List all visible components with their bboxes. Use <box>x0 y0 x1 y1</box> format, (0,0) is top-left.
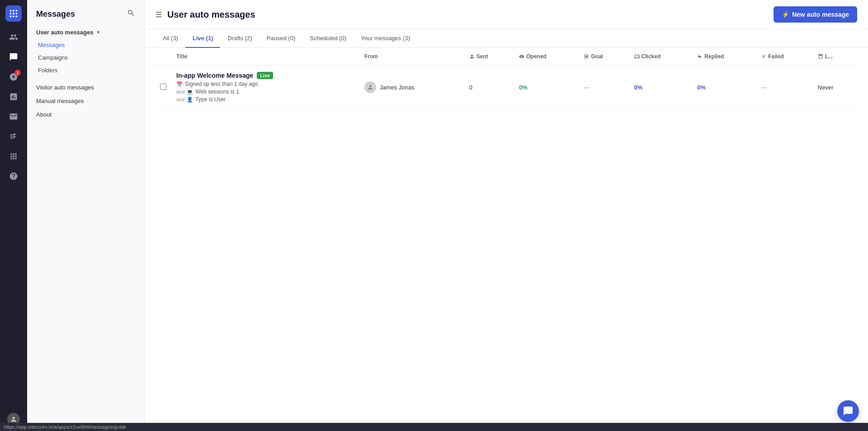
sidebar: Messages User auto messages ▼ Messages C… <box>27 0 145 431</box>
tabs-bar: All (3) Live (1) Drafts (2) Paused (0) S… <box>145 29 868 48</box>
sidebar-group-label-text: User auto messages <box>36 29 93 36</box>
tab-paused[interactable]: Paused (0) <box>259 29 303 48</box>
tab-live[interactable]: Live (1) <box>185 29 221 48</box>
hamburger-icon[interactable]: ☰ <box>156 10 162 19</box>
page-title: User auto messages <box>167 9 255 20</box>
search-icon[interactable] <box>127 9 135 19</box>
col-failed: Failed <box>756 48 813 66</box>
chat-bubble-button[interactable] <box>837 400 859 422</box>
main-content: ☰ User auto messages ⚡ New auto message … <box>145 0 868 431</box>
col-sent: Sent <box>465 48 514 66</box>
and-label-2: and <box>176 97 184 102</box>
sidebar-group-user-auto[interactable]: User auto messages ▼ <box>32 26 140 38</box>
messages-table: Title From Sent Opened <box>156 48 857 109</box>
sent-cell: 0 <box>465 66 514 109</box>
msg-title[interactable]: In-app Welcome Message <box>176 72 253 79</box>
col-from: From <box>360 48 465 66</box>
person-icon: 👤 <box>187 97 193 103</box>
nav-contacts-icon[interactable] <box>5 29 22 45</box>
sidebar-nav-section: Visitor auto messages Manual messages Ab… <box>27 80 144 122</box>
svg-rect-0 <box>10 10 12 12</box>
tab-drafts[interactable]: Drafts (2) <box>220 29 259 48</box>
table-row: In-app Welcome Message Live 📅 Signed up … <box>156 66 857 109</box>
sidebar-item-about[interactable]: About <box>32 108 140 121</box>
sender-avatar <box>364 81 376 93</box>
nav-settings-icon[interactable] <box>5 128 22 145</box>
monitor-icon: 💻 <box>187 89 193 95</box>
sidebar-user-auto-section: User auto messages ▼ Messages Campaigns … <box>27 26 144 77</box>
opened-value: 0% <box>519 84 528 91</box>
col-last: L... <box>813 48 857 66</box>
last-value: Never <box>818 84 834 91</box>
svg-rect-3 <box>10 13 12 14</box>
from-cell: James Jonas <box>360 66 465 109</box>
nav-support-icon[interactable] <box>5 168 22 184</box>
failed-cell: — <box>756 66 813 109</box>
failed-value: — <box>761 84 767 91</box>
clicked-cell: 0% <box>630 66 693 109</box>
sidebar-header: Messages <box>27 9 144 26</box>
row-checkbox[interactable] <box>160 84 166 90</box>
sidebar-item-messages[interactable]: Messages <box>32 39 140 51</box>
opened-cell: 0% <box>514 66 579 109</box>
sent-value: 0 <box>469 84 472 91</box>
col-replied: Replied <box>693 48 756 66</box>
svg-rect-6 <box>10 16 12 18</box>
status-bar: https://app.intercom.io/a/apps/z2xxl6ht/… <box>0 423 868 431</box>
condition-websessions-text: Web sessions is 1 <box>195 89 239 95</box>
tab-your-messages[interactable]: Your messages (3) <box>354 29 417 48</box>
new-auto-message-button[interactable]: ⚡ New auto message <box>774 6 857 23</box>
last-cell: Never <box>813 66 857 109</box>
header-left: ☰ User auto messages <box>156 9 255 20</box>
clicked-value: 0% <box>634 84 643 91</box>
nav-messages-icon[interactable] <box>5 49 22 65</box>
col-title: Title <box>172 48 360 66</box>
svg-rect-1 <box>13 10 14 12</box>
sidebar-item-manual[interactable]: Manual messages <box>32 94 140 108</box>
tab-scheduled[interactable]: Scheduled (0) <box>302 29 354 48</box>
condition-type-text: Type is User <box>195 96 226 103</box>
svg-rect-4 <box>13 13 14 14</box>
sidebar-title: Messages <box>36 9 75 19</box>
nav-apps-icon[interactable] <box>5 148 22 164</box>
nav-automation-icon[interactable]: 1 <box>5 69 22 85</box>
svg-rect-5 <box>16 13 18 14</box>
sender-name: James Jonas <box>380 84 415 91</box>
col-clicked: Clicked <box>630 48 693 66</box>
tab-all[interactable]: All (3) <box>156 29 185 48</box>
col-goal: Goal <box>579 48 629 66</box>
replied-value: 0% <box>697 84 706 91</box>
nav-reports-icon[interactable] <box>5 89 22 105</box>
condition-type: and 👤 Type is User <box>176 96 355 103</box>
svg-rect-7 <box>13 16 14 18</box>
col-checkbox <box>156 48 172 66</box>
nav-inbox-icon[interactable] <box>5 108 22 125</box>
app-logo[interactable] <box>5 5 22 22</box>
condition-signup: 📅 Signed up less than 1 day ago <box>176 81 355 87</box>
condition-websessions: and 💻 Web sessions is 1 <box>176 89 355 95</box>
main-header: ☰ User auto messages ⚡ New auto message <box>145 0 868 29</box>
goal-cell: — <box>579 66 629 109</box>
chevron-down-icon: ▼ <box>96 30 100 35</box>
calendar-icon: 📅 <box>176 81 183 87</box>
col-opened: Opened <box>514 48 579 66</box>
new-auto-message-label: New auto message <box>792 11 849 18</box>
live-badge: Live <box>257 72 273 79</box>
sidebar-item-campaigns[interactable]: Campaigns <box>32 52 140 64</box>
status-url: https://app.intercom.io/a/apps/z2xxl6ht/… <box>4 424 126 430</box>
lightning-icon: ⚡ <box>782 11 789 18</box>
condition-signup-text: Signed up less than 1 day ago <box>185 81 258 87</box>
replied-cell: 0% <box>693 66 756 109</box>
svg-rect-2 <box>16 10 18 12</box>
msg-info-cell: In-app Welcome Message Live 📅 Signed up … <box>172 66 360 109</box>
messages-table-container: Title From Sent Opened <box>145 48 868 431</box>
goal-value: — <box>584 84 590 91</box>
icon-rail: 1 <box>0 0 27 431</box>
msg-conditions: 📅 Signed up less than 1 day ago and 💻 We… <box>176 81 355 103</box>
svg-rect-8 <box>16 16 18 18</box>
and-label-1: and <box>176 89 184 94</box>
sidebar-item-visitor-auto[interactable]: Visitor auto messages <box>32 81 140 94</box>
sidebar-item-folders[interactable]: Folders <box>32 64 140 76</box>
